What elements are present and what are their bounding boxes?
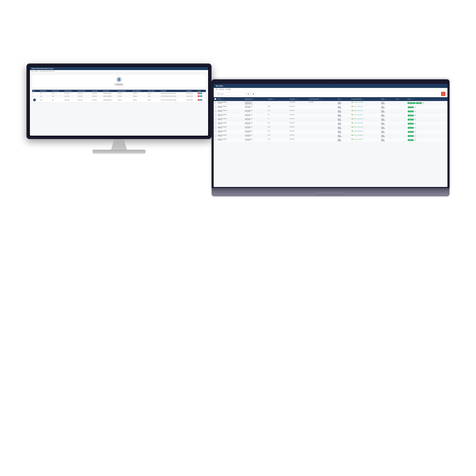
refresh-button[interactable]: ↺: [414, 131, 416, 133]
check-icon: ✅: [351, 139, 353, 140]
copy-and-new-button[interactable]: Copy and New: [408, 102, 415, 104]
summary-button[interactable]: Summary: [416, 102, 422, 104]
row-checkbox[interactable]: [214, 131, 216, 132]
cell-action: ✕ ✎: [197, 95, 206, 98]
delete-button[interactable]: ✕: [198, 93, 200, 94]
refresh-button[interactable]: ↺: [414, 114, 416, 117]
view-item-link[interactable]: View 2Records: [338, 139, 341, 141]
summary-button[interactable]: Summary: [408, 123, 414, 125]
breadcrumb-revenue: Revenue: [219, 89, 224, 90]
row-checkbox[interactable]: [214, 139, 216, 140]
view-status-link[interactable]: View 2Records: [381, 135, 385, 137]
col-status: Status ▲▼: [380, 97, 395, 101]
edit-button[interactable]: ✎: [200, 99, 202, 101]
table-row: ANJALI / ANJUBEAN(BYPASS) Leesha (CLG BT…: [214, 101, 447, 105]
col-state: Seller State *: [160, 90, 186, 92]
search-placeholder: Search: [219, 93, 224, 95]
refresh-button[interactable]: ↺: [414, 118, 416, 121]
view-item-link[interactable]: View 2Records: [338, 135, 341, 137]
refresh-button[interactable]: ↺: [414, 110, 416, 113]
table-row: + N122 INV 2021-04-28 2021-04-30 2021-04…: [32, 98, 206, 102]
cell-date: 2021-04-20: [308, 101, 337, 105]
view-item-link[interactable]: View 1Records: [338, 118, 341, 120]
row-checkbox[interactable]: [214, 110, 216, 112]
view-item-link[interactable]: View 2Records: [338, 127, 341, 129]
view-item-link[interactable]: View 2Records: [338, 131, 341, 133]
summary-button[interactable]: Summary: [408, 111, 414, 112]
refresh-button[interactable]: ↺: [422, 102, 425, 104]
summary-button[interactable]: Summary: [408, 106, 414, 108]
desktop-content: 👤 Upload File S.No: [30, 72, 208, 105]
view-status-link[interactable]: View 2Records: [381, 139, 385, 141]
refresh-button[interactable]: ↺: [414, 122, 416, 125]
view-status-link[interactable]: View 0Records: [381, 118, 385, 120]
laptop-touchpad[interactable]: [317, 192, 344, 196]
row-checkbox[interactable]: [214, 126, 216, 128]
download-button[interactable]: ⬇: [246, 92, 250, 96]
row-checkbox[interactable]: [214, 102, 216, 103]
refresh-button[interactable]: ↺: [414, 126, 416, 129]
select-all-checkbox[interactable]: [214, 98, 216, 100]
view-status-link[interactable]: View 1Records: [381, 122, 385, 125]
summary-button[interactable]: Summary: [408, 135, 414, 137]
view-status-link[interactable]: View 1Records: [381, 127, 385, 129]
action-group: Summary↺: [408, 126, 447, 129]
breadcrumb-current: Import Automated Sales Invoice: [40, 71, 55, 72]
refresh-button[interactable]: ↺: [414, 135, 416, 137]
col-location: Seller Location *: [147, 90, 160, 92]
cell-state: Mr Post, 832, Gram Pande, DG Road: [160, 92, 186, 95]
view-item-link[interactable]: View 2Records: [338, 122, 341, 125]
search-box[interactable]: 🔍 Search: [216, 92, 245, 95]
delete-button[interactable]: ✕: [198, 99, 200, 101]
view-status-link[interactable]: View 1Records: [381, 106, 385, 108]
cell-sno: 2: [32, 95, 39, 98]
view-status-link[interactable]: View 2Records: [381, 110, 385, 112]
sort-arrow-status: ▲▼: [385, 99, 387, 100]
view-status-link[interactable]: View 2Records: [381, 131, 385, 133]
row-checkbox[interactable]: [214, 114, 216, 116]
add-row-button[interactable]: +: [33, 99, 36, 101]
laptop-table-wrapper: Acct# ▲▼ Requested By ▲▼ Customer ▲▼ Inv…: [214, 97, 447, 142]
cell-legalname: T/A Demo: [132, 92, 147, 95]
refresh-button[interactable]: ↺: [414, 139, 416, 141]
edit-button[interactable]: ✎: [200, 95, 202, 97]
summary-button[interactable]: Summary: [408, 131, 414, 133]
filter-button[interactable]: ▽: [441, 92, 445, 96]
einvoice-status-badge: ✅ E-Invoice is Generated: [351, 114, 380, 115]
cell-state: Mr Post, 832, Gram Pande, DG Road: [160, 95, 186, 98]
summary-button[interactable]: Summary: [408, 115, 414, 116]
summary-button[interactable]: Summary: [408, 139, 414, 141]
summary-button[interactable]: Summary: [408, 119, 414, 120]
row-checkbox[interactable]: [214, 106, 216, 108]
view-status-link[interactable]: View 1Records: [381, 102, 385, 104]
breadcrumb-sep2: ›: [39, 71, 39, 72]
cell-doctype: INV: [51, 92, 64, 95]
home-icon: 🏠: [32, 71, 33, 72]
check-icon: ✅: [351, 135, 353, 136]
view-status-link[interactable]: View 2Records: [381, 114, 385, 116]
col-acct: Acct# ▲▼: [217, 97, 244, 101]
summary-button[interactable]: Summary: [408, 127, 414, 129]
view-item-link[interactable]: View 1Records: [338, 110, 341, 112]
view-item-link[interactable]: View 1Records: [338, 102, 341, 104]
row-checkbox[interactable]: [214, 122, 216, 124]
row-checkbox[interactable]: [214, 135, 216, 136]
check-icon: ✅: [351, 114, 353, 115]
col-action: Action: [197, 90, 206, 92]
sort-arrow-inv: ▲▼: [295, 99, 297, 100]
refresh-button[interactable]: ↺: [414, 106, 416, 109]
delete-button[interactable]: ✕: [198, 95, 200, 97]
cell-docdate: 2021-04-28: [64, 98, 77, 102]
view-item-link[interactable]: View 1Records: [338, 114, 341, 116]
cell-item: View 1Records: [337, 101, 351, 105]
table-row: ANJALI / ANJUBEAN(BYPASS) Leeshan (Bee Y…: [214, 105, 447, 109]
laptop-screen: My Sales 🏠 › Revenue › My Sales 🔍: [214, 84, 447, 187]
upload-file-button[interactable]: Upload File: [114, 83, 124, 86]
edit-button[interactable]: ✎: [200, 93, 202, 94]
view-item-link[interactable]: View 2Records: [338, 106, 341, 108]
laptop-table-header-row: Acct# ▲▼ Requested By ▲▼ Customer ▲▼ Inv…: [214, 97, 447, 101]
row-checkbox[interactable]: [214, 118, 216, 120]
upload-button[interactable]: ⬆: [251, 92, 255, 96]
desktop-table: S.No Document No * Document Type Documen…: [32, 90, 206, 102]
download-icon: ⬇: [247, 93, 249, 95]
